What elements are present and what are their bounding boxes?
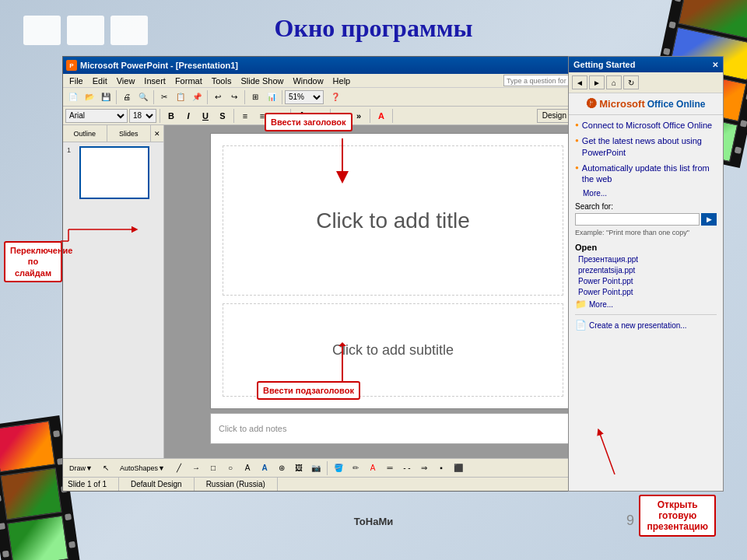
indent-increase-btn[interactable]: » [351, 108, 366, 124]
gs-link-2-text: Get the latest news about using PowerPoi… [582, 135, 717, 158]
panel-close-btn[interactable]: ✕ [151, 125, 163, 142]
menu-insert[interactable]: Insert [139, 74, 170, 87]
strikethrough-btn[interactable]: S [215, 108, 230, 124]
gs-search-button[interactable]: ▶ [701, 213, 717, 226]
page-title: Окно программы [275, 14, 473, 43]
preview-btn[interactable]: 🔍 [135, 89, 151, 105]
slide-notes-area[interactable]: Click to add notes [210, 413, 576, 444]
gs-more-files[interactable]: 📁 More... [575, 299, 717, 310]
gs-search-example: Example: "Print more than one copy" [575, 229, 717, 236]
menu-window[interactable]: Window [288, 74, 328, 87]
menu-slideshow[interactable]: Slide Show [236, 74, 288, 87]
underline-btn[interactable]: U [198, 108, 213, 124]
nav-refresh-btn[interactable]: ↻ [623, 75, 639, 89]
getting-started-titlebar: Getting Started ✕ [569, 57, 723, 72]
gs-file-4[interactable]: Power Point.ppt [575, 288, 717, 296]
decorative-squares [23, 16, 148, 45]
undo-btn[interactable]: ↩ [210, 89, 226, 105]
3d-btn[interactable]: ⬛ [451, 460, 466, 476]
autoshapes-btn[interactable]: AutoShapes▼ [115, 460, 170, 476]
menu-help[interactable]: Help [328, 74, 356, 87]
bold-btn[interactable]: B [163, 108, 179, 124]
insert-chart-btn[interactable]: 📊 [264, 89, 279, 105]
gs-file-1[interactable]: Презентация.ppt [575, 255, 717, 264]
tab-slides[interactable]: Slides [107, 125, 152, 142]
slide-thumbnail[interactable] [79, 146, 149, 199]
select-btn[interactable]: ↖ [98, 460, 114, 476]
shadow-btn[interactable]: ▪ [433, 460, 449, 476]
pp-app-icon: P [66, 60, 77, 71]
gs-link-3[interactable]: ● Automatically update this list from th… [575, 163, 717, 185]
cut-btn[interactable]: ✂ [156, 89, 172, 105]
panel-tabs: Outline Slides ✕ [63, 125, 163, 142]
open-btn[interactable]: 📂 [82, 89, 97, 105]
diagram-btn[interactable]: ⊛ [274, 460, 289, 476]
gs-link-1[interactable]: ● Connect to Microsoft Office Online [575, 120, 717, 131]
new-btn[interactable]: 📄 [65, 89, 81, 105]
svg-marker-2 [338, 342, 346, 346]
line-style-btn[interactable]: ═ [382, 460, 398, 476]
folder-icon: 📁 [575, 299, 587, 310]
subtitle-arrow [335, 342, 350, 385]
save-btn[interactable]: 💾 [98, 89, 114, 105]
slide-title-area[interactable]: Click to add title [223, 145, 563, 296]
gs-link-1-text: Connect to Microsoft Office Online [582, 120, 712, 131]
arrow-style-btn[interactable]: ⇒ [416, 460, 432, 476]
toolbar-sep-5 [282, 90, 282, 104]
menu-view[interactable]: View [112, 74, 140, 87]
font-color-btn[interactable]: A [374, 108, 389, 124]
gs-file-3[interactable]: Power Point.ppt [575, 277, 717, 285]
wordart-btn[interactable]: A [257, 460, 272, 476]
nav-home-btn[interactable]: ⌂ [606, 75, 622, 89]
arrow-btn[interactable]: → [188, 460, 204, 476]
title-arrow [335, 138, 350, 185]
copy-btn[interactable]: 📋 [173, 89, 188, 105]
italic-btn[interactable]: I [181, 108, 196, 124]
slides-panel: Outline Slides ✕ 1 [63, 125, 164, 458]
textbox-btn[interactable]: A [240, 460, 255, 476]
line-color-btn[interactable]: ✏ [348, 460, 363, 476]
font-family-select[interactable]: Arial [65, 109, 128, 123]
fill-color-btn[interactable]: 🪣 [331, 460, 346, 476]
draw-sep [327, 461, 328, 475]
menu-edit[interactable]: Edit [88, 74, 112, 87]
paste-btn[interactable]: 📌 [189, 89, 205, 105]
menu-format[interactable]: Format [170, 74, 207, 87]
office-online-logo: 🅜 Microsoft Office Online [569, 93, 723, 115]
menu-file[interactable]: File [65, 74, 88, 87]
font-color-draw-btn[interactable]: A [365, 460, 381, 476]
print-btn[interactable]: 🖨 [119, 89, 135, 105]
open-pres-line1: Открыть [658, 499, 698, 510]
gs-link-2[interactable]: ● Get the latest news about using PowerP… [575, 135, 717, 158]
gs-create-new[interactable]: 📄 Create a new presentation... [575, 320, 717, 331]
dash-style-btn[interactable]: - - [399, 460, 415, 476]
gs-file-2[interactable]: prezentatsija.ppt [575, 266, 717, 275]
picture-btn[interactable]: 📷 [308, 460, 324, 476]
gs-open-section-title: Open [575, 243, 717, 252]
line-btn[interactable]: ╱ [171, 460, 187, 476]
rect-btn[interactable]: □ [205, 460, 221, 476]
align-left-btn[interactable]: ≡ [237, 108, 253, 124]
zoom-select[interactable]: 51% 33% 66% 100% [285, 90, 324, 104]
help-btn[interactable]: ❓ [328, 89, 343, 105]
gs-more-files-label: More... [589, 300, 613, 309]
nav-forward-btn[interactable]: ► [589, 75, 605, 89]
nav-back-btn[interactable]: ◄ [572, 75, 587, 89]
gs-search-input[interactable] [575, 213, 700, 226]
gs-link-3-text: Automatically update this list from the … [582, 163, 717, 185]
getting-started-close-btn[interactable]: ✕ [712, 61, 718, 69]
pp-window-title: Microsoft PowerPoint - [Presentation1] [80, 61, 578, 70]
menu-tools[interactable]: Tools [207, 74, 237, 87]
pp-menubar: File Edit View Insert Format Tools Slide… [63, 74, 622, 88]
gs-search-label: Search for: [575, 202, 717, 211]
title-annotation-text: Ввести заголовок [271, 117, 346, 127]
insert-table-btn[interactable]: ⊞ [247, 89, 263, 105]
design-btn[interactable]: Design [537, 109, 572, 123]
tab-outline[interactable]: Outline [63, 125, 107, 142]
gs-more-link[interactable]: More... [583, 189, 717, 198]
oval-btn[interactable]: ○ [223, 460, 238, 476]
draw-btn[interactable]: Draw▼ [65, 460, 96, 476]
font-size-select[interactable]: 18 [129, 109, 156, 123]
redo-btn[interactable]: ↪ [226, 89, 242, 105]
clipart-btn[interactable]: 🖼 [291, 460, 307, 476]
